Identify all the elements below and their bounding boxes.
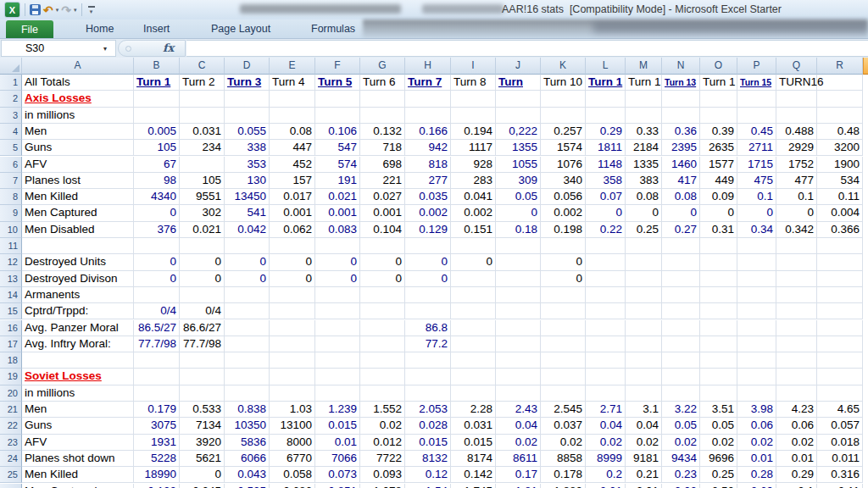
cell-H10[interactable]: 0.129: [405, 222, 451, 238]
cell-A18[interactable]: [22, 352, 134, 369]
cell-R12[interactable]: [817, 254, 863, 270]
cell-I14[interactable]: [451, 287, 496, 303]
cell-P4[interactable]: 0.45: [737, 124, 776, 140]
cell-J11[interactable]: [496, 238, 541, 254]
cell-M3[interactable]: [626, 108, 662, 124]
cell-D23[interactable]: 5836: [225, 435, 270, 451]
cell-M22[interactable]: 0.04: [626, 418, 662, 434]
cell-E21[interactable]: 1.03: [270, 402, 315, 418]
cell-I22[interactable]: 0.031: [451, 418, 496, 434]
cell-B5[interactable]: 105: [134, 140, 180, 156]
cell-H22[interactable]: 0.028: [405, 418, 451, 434]
cell-M18[interactable]: [626, 352, 662, 369]
cell-Q24[interactable]: 0.01: [776, 451, 817, 467]
row-header-12[interactable]: 12: [0, 254, 22, 270]
cell-I7[interactable]: 283: [451, 173, 496, 189]
cell-J1[interactable]: Turn: [496, 75, 541, 91]
cell-G13[interactable]: 0: [360, 271, 405, 287]
column-header-O[interactable]: O: [700, 58, 737, 75]
cell-L10[interactable]: 0.22: [586, 222, 626, 238]
cell-R24[interactable]: 0.011: [817, 451, 863, 467]
cell-M19[interactable]: [626, 369, 662, 385]
name-box-dropdown-icon[interactable]: ▾: [103, 45, 107, 53]
undo-dropdown-icon[interactable]: ▾: [56, 7, 59, 14]
cell-I19[interactable]: [451, 369, 496, 385]
cell-O14[interactable]: [700, 287, 737, 303]
cell-L7[interactable]: 358: [586, 173, 626, 189]
cell-F8[interactable]: 0.021: [315, 189, 360, 205]
cell-R20[interactable]: [817, 385, 863, 402]
cell-P25[interactable]: 0.28: [737, 467, 776, 483]
cell-Q12[interactable]: [776, 254, 817, 270]
cell-M7[interactable]: 383: [626, 173, 662, 189]
cell-I25[interactable]: 0.142: [451, 467, 496, 483]
cell-I26[interactable]: 1.745: [451, 484, 496, 488]
cell-Q16[interactable]: [776, 320, 817, 336]
cell-C19[interactable]: [180, 369, 225, 385]
cell-L3[interactable]: [586, 108, 626, 124]
cell-G9[interactable]: 0.001: [360, 205, 405, 221]
cell-C2[interactable]: [180, 91, 225, 107]
cell-L26[interactable]: 2.01: [586, 484, 626, 488]
tab-home[interactable]: Home: [86, 23, 114, 35]
cell-D12[interactable]: 0: [225, 254, 270, 270]
cell-R14[interactable]: [817, 287, 863, 303]
cell-N7[interactable]: 417: [662, 173, 700, 189]
cell-Q18[interactable]: [776, 352, 817, 369]
cell-N16[interactable]: [662, 320, 700, 336]
cell-C22[interactable]: 7134: [180, 418, 225, 434]
cell-F1[interactable]: Turn 5: [315, 75, 360, 91]
row-header-5[interactable]: 5: [0, 140, 22, 156]
cell-N17[interactable]: [662, 336, 700, 352]
cell-G17[interactable]: [360, 336, 405, 352]
cell-M6[interactable]: 1335: [626, 157, 662, 173]
cell-F10[interactable]: 0.083: [315, 222, 360, 238]
cell-N9[interactable]: 0: [662, 205, 700, 221]
cell-A2[interactable]: Axis Losses: [22, 91, 134, 107]
cell-K15[interactable]: [541, 303, 586, 319]
cell-E9[interactable]: 0.001: [270, 205, 315, 221]
cell-G26[interactable]: 1.078: [360, 484, 405, 488]
cell-I12[interactable]: 0: [451, 254, 496, 270]
cell-Q17[interactable]: [776, 336, 817, 352]
column-header-H[interactable]: H: [405, 58, 451, 75]
column-header-M[interactable]: M: [626, 58, 662, 75]
cell-K13[interactable]: 0: [541, 271, 586, 287]
cell-N1[interactable]: Turn 13: [662, 75, 700, 91]
cell-P20[interactable]: [737, 385, 776, 402]
cell-P18[interactable]: [737, 352, 776, 369]
column-header-C[interactable]: C: [180, 58, 225, 75]
cell-H23[interactable]: 0.015: [405, 435, 451, 451]
cell-R5[interactable]: 3200: [817, 140, 863, 156]
cell-P10[interactable]: 0.34: [737, 222, 776, 238]
cell-Q13[interactable]: [776, 271, 817, 287]
row-header-21[interactable]: 21: [0, 402, 22, 418]
cell-E25[interactable]: 0.058: [270, 467, 315, 483]
tab-file[interactable]: File: [6, 20, 53, 38]
cell-C8[interactable]: 9551: [180, 189, 225, 205]
cell-C20[interactable]: [180, 385, 225, 402]
cell-D10[interactable]: 0.042: [225, 222, 270, 238]
row-header-8[interactable]: 8: [0, 189, 22, 205]
column-header-I[interactable]: I: [451, 58, 496, 75]
column-header-N[interactable]: N: [662, 58, 700, 75]
cell-C1[interactable]: Turn 2: [180, 75, 225, 91]
cell-K20[interactable]: [541, 385, 586, 402]
row-header-3[interactable]: 3: [0, 108, 22, 124]
cell-C12[interactable]: 0: [180, 254, 225, 270]
cell-Q23[interactable]: 0.02: [776, 435, 817, 451]
column-header-P[interactable]: P: [737, 58, 776, 75]
cell-O20[interactable]: [700, 385, 737, 402]
cell-P9[interactable]: 0: [737, 205, 776, 221]
cell-R13[interactable]: [817, 271, 863, 287]
cell-I8[interactable]: 0.041: [451, 189, 496, 205]
cell-N23[interactable]: 0.02: [662, 435, 700, 451]
cell-I10[interactable]: 0.151: [451, 222, 496, 238]
cell-C3[interactable]: [180, 108, 225, 124]
cell-M25[interactable]: 0.21: [626, 467, 662, 483]
cell-E8[interactable]: 0.017: [270, 189, 315, 205]
cell-P5[interactable]: 2711: [737, 140, 776, 156]
cell-E23[interactable]: 8000: [270, 435, 315, 451]
cell-L6[interactable]: 1148: [586, 157, 626, 173]
cell-O8[interactable]: 0.09: [700, 189, 737, 205]
